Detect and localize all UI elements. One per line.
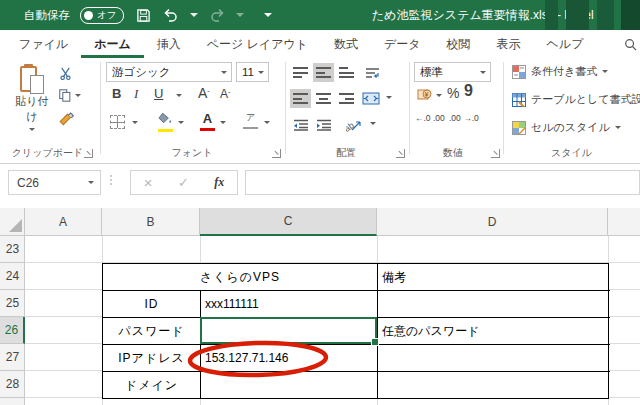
tab-review[interactable]: 校閲	[434, 30, 484, 58]
formula-input[interactable]	[245, 170, 640, 195]
align-middle-button[interactable]	[313, 63, 334, 82]
copy-icon	[58, 88, 72, 103]
conditional-formatting-chevron-icon	[602, 70, 608, 73]
fill-color-button[interactable]	[158, 112, 173, 129]
wrap-text-icon	[365, 67, 381, 79]
font-color-chevron-icon[interactable]	[220, 121, 226, 124]
format-painter-button[interactable]	[58, 112, 75, 129]
grow-font-button[interactable]: Aˆ	[198, 85, 210, 101]
merge-chevron-icon[interactable]	[386, 96, 392, 99]
autosave-toggle[interactable]: オフ	[80, 7, 124, 24]
row-header-28[interactable]: 28	[0, 371, 25, 398]
tab-view[interactable]: 表示	[484, 30, 534, 58]
clipboard-group-label: クリップボード	[0, 146, 95, 160]
number-dialog-launcher[interactable]	[491, 149, 500, 158]
name-box-resizer[interactable]	[110, 175, 112, 185]
borders-chevron-icon[interactable]	[132, 121, 138, 124]
underline-button[interactable]: U	[154, 86, 163, 101]
tab-file[interactable]: ファイル	[6, 30, 81, 58]
row-header-29[interactable]: 29	[0, 398, 25, 405]
row-header-24[interactable]: 24	[0, 263, 25, 290]
borders-button[interactable]	[110, 115, 125, 129]
customize-toolbar-chevron-icon[interactable]	[264, 13, 272, 17]
row-header-27[interactable]: 27	[0, 344, 25, 371]
font-size-combo[interactable]: 11	[236, 62, 269, 82]
paste-button[interactable]: 貼り付け	[10, 64, 54, 131]
tab-page-layout[interactable]: ページ レイアウト	[194, 30, 321, 58]
fill-color-chevron-icon[interactable]	[178, 121, 184, 124]
cell-c25[interactable]: xxx111111	[201, 291, 378, 318]
merge-center-button[interactable]	[360, 89, 381, 108]
col-header-b[interactable]: B	[102, 208, 200, 236]
tab-insert[interactable]: 挿入	[144, 30, 194, 58]
row-header-26[interactable]: 26	[0, 317, 25, 344]
tab-formulas[interactable]: 数式	[321, 30, 371, 58]
cell-d24[interactable]: 備考	[378, 264, 610, 291]
comma-style-button[interactable]: 9	[464, 82, 473, 100]
number-format-combo[interactable]: 標準	[414, 62, 491, 82]
percent-style-button[interactable]: %	[447, 85, 459, 101]
col-header-e[interactable]	[608, 208, 640, 236]
cell-d28[interactable]	[378, 372, 610, 399]
font-color-button[interactable]: A	[200, 111, 215, 128]
format-as-table-button[interactable]: テーブルとして書式設定	[512, 92, 640, 107]
wrap-text-button[interactable]	[362, 63, 383, 82]
number-group-label: 数値	[409, 146, 497, 160]
red-circle-annotation[interactable]	[186, 338, 330, 380]
accounting-chevron-icon[interactable]	[436, 94, 442, 97]
number-format-value: 標準	[420, 65, 443, 80]
redo-icon	[208, 5, 226, 25]
select-all-corner[interactable]	[0, 208, 25, 236]
increase-indent-button[interactable]	[313, 115, 334, 134]
cell-d27[interactable]	[378, 345, 610, 372]
accounting-format-button[interactable]: ¥	[417, 87, 432, 101]
tab-data[interactable]: データ	[371, 30, 434, 58]
align-right-button[interactable]	[336, 89, 357, 108]
align-top-button[interactable]	[290, 63, 311, 82]
font-name-value: 游ゴシック	[112, 65, 171, 80]
cell-styles-button[interactable]: セルのスタイル	[512, 120, 621, 135]
cell-d26[interactable]: 任意のパスワード	[378, 318, 610, 345]
font-dialog-launcher[interactable]	[272, 149, 281, 158]
cell-d25[interactable]	[378, 291, 610, 318]
font-name-combo[interactable]: 游ゴシック	[106, 62, 232, 82]
clipboard-dialog-launcher[interactable]	[84, 149, 93, 158]
tab-home[interactable]: ホーム	[81, 30, 144, 58]
orientation-button[interactable]: ab	[344, 115, 365, 134]
bold-button[interactable]: B	[112, 86, 121, 101]
increase-decimal-button[interactable]: ←.0 .00	[415, 113, 445, 123]
fill-handle[interactable]	[371, 338, 379, 346]
copy-button[interactable]	[58, 88, 81, 103]
row-header-23[interactable]: 23	[0, 236, 25, 263]
alignment-dialog-launcher[interactable]	[396, 149, 405, 158]
undo-menu-chevron-icon[interactable]	[190, 13, 198, 17]
undo-icon[interactable]	[162, 5, 180, 25]
name-box[interactable]: C26	[8, 170, 101, 195]
increase-indent-icon	[316, 119, 332, 131]
insert-function-icon[interactable]: fx	[214, 175, 224, 190]
underline-chevron-icon[interactable]	[176, 94, 182, 97]
italic-button[interactable]: I	[134, 86, 138, 102]
col-header-d[interactable]: D	[377, 208, 608, 236]
search-box[interactable]: 検	[624, 30, 640, 58]
align-bottom-button[interactable]	[336, 63, 357, 82]
cell-b25[interactable]: ID	[103, 291, 201, 318]
tab-help[interactable]: ヘルプ	[534, 30, 597, 58]
decrease-indent-button[interactable]	[290, 115, 311, 134]
phonetic-chevron-icon[interactable]	[264, 121, 270, 124]
align-left-button[interactable]	[290, 89, 311, 108]
orientation-chevron-icon[interactable]	[370, 122, 376, 125]
merge-center-icon	[362, 92, 380, 105]
phonetic-guide-button[interactable]: ア	[243, 111, 258, 129]
decrease-decimal-button[interactable]: .00 →.0	[449, 113, 479, 123]
cut-button[interactable]	[58, 66, 73, 81]
conditional-formatting-button[interactable]: 条件付き書式	[512, 64, 608, 79]
align-center-button[interactable]	[313, 89, 334, 108]
col-header-a[interactable]: A	[25, 208, 102, 236]
save-icon[interactable]	[134, 5, 152, 25]
row-header-25[interactable]: 25	[0, 290, 25, 317]
col-header-c[interactable]: C	[200, 208, 377, 236]
shrink-font-button[interactable]: Aˇ	[220, 87, 230, 101]
fill-color-swatch	[158, 129, 173, 132]
cell-b24-merged[interactable]: さくらのVPS	[103, 264, 378, 291]
